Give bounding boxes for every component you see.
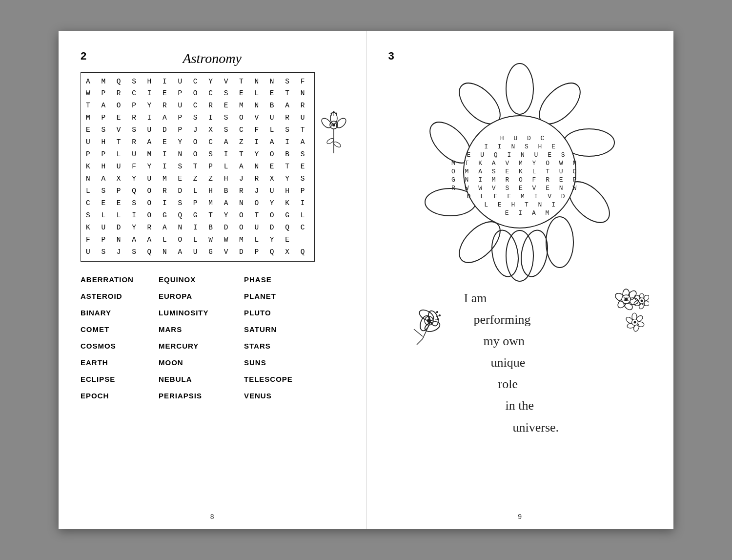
sunflower-container: H U D C I I N S H E E U Q I N U E S M T … (388, 56, 652, 290)
word-list-item: LUMINOSITY (159, 306, 244, 320)
left-page-number: 2 (81, 50, 86, 62)
word-list-item: EQUINOX (159, 272, 244, 287)
word-list-item: PLUTO (244, 306, 312, 320)
svg-point-25 (518, 228, 551, 279)
word-list-item: MARS (159, 322, 244, 337)
word-list-item: MERCURY (159, 339, 244, 353)
svg-point-70 (634, 321, 636, 323)
small-flowers-right (612, 288, 651, 332)
word-list-item: MOON (159, 355, 244, 370)
word-list-item: SUNS (244, 355, 312, 370)
quote-line-4: unique (491, 352, 559, 373)
svg-point-4 (332, 124, 335, 126)
svg-point-6 (326, 137, 335, 145)
word-list-item: PLANET (244, 289, 312, 304)
svg-point-24 (488, 228, 522, 279)
quote-line-6: in the (506, 395, 559, 416)
word-list-item: STARS (244, 339, 312, 353)
flower-decoration (321, 109, 347, 168)
word-list-item: VENUS (244, 389, 312, 403)
word-list: ABERRATIONEQUINOXPHASEASTEROIDEUROPAPLAN… (81, 272, 344, 403)
quote-text: I am performing my own unique role in th… (464, 288, 559, 438)
svg-point-18 (546, 217, 573, 268)
word-list-item: COSMOS (81, 339, 159, 353)
svg-point-7 (333, 141, 342, 148)
svg-point-50 (625, 297, 628, 301)
sunflower-svg: H U D C I I N S H E E U Q I N U E S M T … (407, 61, 632, 285)
word-list-item: SATURN (244, 322, 312, 337)
grid-content: A M Q S H I U C Y V T N N S F W P R C I … (81, 73, 314, 261)
svg-point-33 (427, 319, 431, 323)
quote-section: I am performing my own unique role in th… (388, 285, 652, 438)
word-list-item: EUROPA (159, 289, 244, 304)
word-list-item: EARTH (81, 355, 159, 370)
svg-point-62 (641, 299, 643, 302)
svg-point-54 (628, 300, 629, 301)
word-list-item: ASTEROID (81, 289, 159, 304)
puzzle-title: Astronomy (81, 51, 344, 66)
word-list-item: ECLIPSE (81, 372, 159, 387)
word-list-item: COMET (81, 322, 159, 337)
quote-line-1: I am (464, 288, 559, 309)
left-bottom-page-number: 8 (210, 513, 214, 520)
word-list-item: BINARY (81, 306, 159, 320)
svg-line-35 (417, 339, 423, 345)
right-page: 3 (366, 31, 674, 529)
svg-point-52 (628, 297, 629, 298)
svg-point-53 (624, 300, 625, 301)
quote-line-7: universe. (513, 417, 559, 438)
svg-point-14 (506, 63, 533, 114)
quote-line-2: performing (474, 309, 559, 331)
bottom-left-flower (408, 290, 454, 348)
left-page: 2 Astronomy (59, 31, 366, 529)
svg-point-19 (506, 230, 533, 281)
word-list-item: PHASE (244, 272, 312, 287)
word-search-grid: A M Q S H I U C Y V T N N S F W P R C I … (81, 72, 315, 262)
word-list-item: NEBULA (159, 372, 244, 387)
quote-line-3: my own (484, 331, 559, 352)
quote-line-5: role (498, 373, 559, 395)
word-list-item: PERIAPSIS (159, 389, 244, 403)
word-list-item: ABERRATION (81, 272, 159, 287)
svg-point-51 (624, 297, 625, 298)
book-spread: 2 Astronomy (59, 31, 673, 529)
svg-line-34 (423, 325, 429, 339)
word-list-item: TELESCOPE (244, 372, 312, 387)
right-bottom-page-number: 9 (518, 513, 522, 520)
word-list-item: EPOCH (81, 389, 159, 403)
